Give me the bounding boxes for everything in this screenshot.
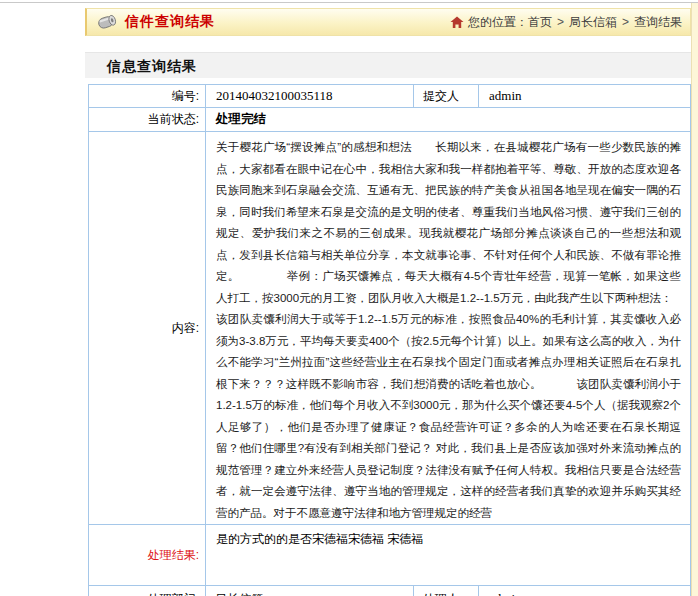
content-paragraph-2: 该团队卖馕利润大于或等于1.2--1.5万元的标准，按照食品40%的毛利计算，其… [216, 309, 681, 524]
breadcrumb-mailbox[interactable]: 局长信箱 [569, 14, 617, 31]
content-label: 内容: [89, 132, 206, 525]
page-edge-strip [691, 3, 698, 596]
result-table: 编号: 201404032100035118 提交人 admin 当前状态: 处… [88, 84, 691, 596]
section-title: 信息查询结果 [107, 58, 197, 74]
table-row-department: 处理部门: 局长信箱 处理人 admin [89, 586, 691, 596]
number-label: 编号: [89, 85, 206, 108]
breadcrumb-home[interactable]: 首页 [528, 14, 552, 31]
result-value: 是的方式的的是否宋德福宋德福 宋德福 [206, 525, 691, 586]
handler-label: 处理人 [414, 586, 479, 596]
content-cell: 关于樱花广场“摆设摊点”的感想和想法 长期以来，在县城樱花广场有一些少数民族的摊… [206, 132, 691, 525]
submitter-label: 提交人 [414, 85, 479, 108]
content-column: 信件查询结果 您的位置： 首页 > 局长信箱 > 查询结果 信息查询结果 编号:… [85, 8, 691, 596]
header-bar: 信件查询结果 您的位置： 首页 > 局长信箱 > 查询结果 [85, 8, 691, 36]
section-title-bar: 信息查询结果 [85, 52, 691, 78]
result-label: 处理结果: [89, 525, 206, 586]
submitter-value: admin [479, 85, 691, 108]
page-title: 信件查询结果 [125, 13, 215, 31]
department-value: 局长信箱 [206, 586, 414, 596]
table-row-result: 处理结果: 是的方式的的是否宋德福宋德福 宋德福 [89, 525, 691, 586]
breadcrumb: 您的位置： 首页 > 局长信箱 > 查询结果 [450, 14, 682, 31]
breadcrumb-separator: > [622, 15, 629, 29]
breadcrumb-separator: > [557, 15, 564, 29]
table-row-content: 内容: 关于樱花广场“摆设摊点”的感想和想法 长期以来，在县城樱花广场有一些少数… [89, 132, 691, 525]
breadcrumb-prefix: 您的位置： [468, 14, 528, 31]
number-value: 201404032100035118 [206, 85, 414, 108]
mail-icon [95, 10, 119, 34]
status-value: 处理完结 [206, 108, 691, 132]
table-row-status: 当前状态: 处理完结 [89, 108, 691, 132]
table-row-number: 编号: 201404032100035118 提交人 admin [89, 85, 691, 108]
breadcrumb-current: 查询结果 [634, 14, 682, 31]
status-label: 当前状态: [89, 108, 206, 132]
home-icon [450, 16, 464, 29]
top-divider [0, 2, 698, 3]
handler-value: admin [479, 586, 691, 596]
content-paragraph-1: 关于樱花广场“摆设摊点”的感想和想法 长期以来，在县城樱花广场有一些少数民族的摊… [216, 137, 681, 309]
department-label: 处理部门: [89, 586, 206, 596]
